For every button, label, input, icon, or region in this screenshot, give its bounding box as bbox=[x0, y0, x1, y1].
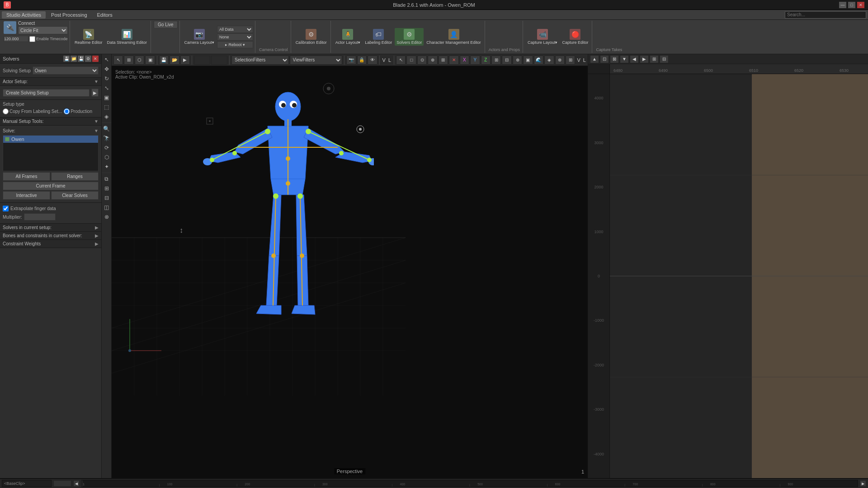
realtime-editor-btn[interactable]: 📡 Realtime Editor bbox=[73, 28, 104, 46]
solvers-in-setup-section[interactable]: Solvers in current setup: ▶ bbox=[0, 224, 101, 232]
create-solving-setup-expand-btn[interactable]: ▶ bbox=[91, 89, 99, 97]
lt-btn4[interactable]: ▣ bbox=[102, 93, 111, 102]
calibration-btn[interactable]: ⚙ Calibration Editor bbox=[294, 28, 329, 46]
bones-constraints-section[interactable]: Bones and constraints in current solver:… bbox=[0, 232, 101, 240]
vp-rt7[interactable]: X bbox=[460, 56, 469, 65]
multiplier-input[interactable]: 1.500000 bbox=[24, 213, 56, 221]
kf-btn5[interactable]: ◀ bbox=[630, 55, 639, 63]
data-streaming-btn[interactable]: 📊 Data Streaming Editor bbox=[105, 28, 149, 46]
timeline-ruler-area[interactable]: 1 100 200 300 400 500 600 700 80 bbox=[81, 480, 858, 487]
vp-btn3[interactable]: ⬡ bbox=[135, 56, 144, 65]
minimize-button[interactable]: — bbox=[839, 2, 846, 8]
panel-settings-btn[interactable]: ⚙ bbox=[85, 56, 91, 62]
lt-btn16[interactable]: ⊗ bbox=[102, 212, 111, 221]
lt-btn11[interactable]: ✦ bbox=[102, 162, 111, 171]
kf-btn8[interactable]: ⊟ bbox=[660, 55, 669, 63]
view-filters-select[interactable]: ViewFilters bbox=[290, 56, 343, 65]
lt-btn7[interactable]: 🔍 bbox=[102, 124, 111, 133]
solvers-editor-btn[interactable]: ⚙ Solvers Editor bbox=[395, 28, 424, 46]
lt-btn8[interactable]: 🔭 bbox=[102, 134, 111, 143]
all-data-select[interactable]: All Data bbox=[217, 26, 253, 33]
menu-studio-activities[interactable]: Studio Activities bbox=[2, 11, 46, 19]
prev-frame-btn[interactable]: ◀ bbox=[73, 480, 80, 487]
vp-rt14[interactable]: 🌊 bbox=[534, 56, 543, 65]
vp-rt3[interactable]: ⊙ bbox=[417, 56, 427, 65]
lt-scale-btn[interactable]: ⤡ bbox=[102, 84, 111, 93]
extrapolate-checkbox[interactable] bbox=[3, 206, 9, 211]
copy-from-radio[interactable] bbox=[3, 108, 9, 114]
menu-search-input[interactable] bbox=[785, 11, 866, 19]
lt-move-btn[interactable]: ✥ bbox=[102, 65, 111, 74]
ranges-btn[interactable]: Ranges bbox=[51, 172, 99, 181]
solve-item-owen[interactable]: Owen bbox=[3, 136, 98, 143]
vp-rt15[interactable]: ◈ bbox=[544, 56, 554, 65]
panel-load-btn[interactable]: 📁 bbox=[71, 56, 77, 62]
all-frames-btn[interactable]: All Frames bbox=[3, 172, 50, 181]
kf-btn7[interactable]: ⊞ bbox=[650, 55, 659, 63]
connect-dropdown[interactable]: Circle Fit bbox=[18, 26, 68, 34]
none-select[interactable]: None bbox=[217, 33, 253, 41]
labeling-editor-btn[interactable]: 🏷 Labeling Editor bbox=[363, 28, 394, 46]
solving-setup-dropdown[interactable]: Owen bbox=[33, 66, 99, 75]
capture-editor-btn[interactable]: 🔴 Capture Editor bbox=[560, 28, 590, 46]
vp-open-btn[interactable]: 📂 bbox=[170, 56, 179, 65]
lt-btn12[interactable]: ⧉ bbox=[102, 174, 111, 183]
production-radio[interactable] bbox=[64, 108, 70, 114]
vp-rt17[interactable]: ⊞ bbox=[566, 56, 575, 65]
lt-btn6[interactable]: ◈ bbox=[102, 112, 111, 121]
kf-btn3[interactable]: ⊠ bbox=[610, 55, 619, 63]
kf-btn6[interactable]: ▶ bbox=[640, 55, 649, 63]
interactive-btn[interactable]: Interactive bbox=[3, 191, 50, 200]
vp-rt2[interactable]: □ bbox=[406, 56, 416, 65]
lt-btn10[interactable]: ⬡ bbox=[102, 153, 111, 162]
vp-rt12[interactable]: ⊕ bbox=[513, 56, 522, 65]
kf-btn1[interactable]: ▲ bbox=[590, 55, 599, 63]
lt-btn5[interactable]: ⬚ bbox=[102, 103, 111, 112]
vp-rt6[interactable]: ✕ bbox=[449, 56, 458, 65]
lt-rotate-btn[interactable]: ↻ bbox=[102, 74, 111, 83]
enable-timecode-checkbox[interactable] bbox=[29, 36, 35, 42]
actor-layout-btn[interactable]: 🧍 Actor Layout▾ bbox=[334, 28, 363, 46]
solve-item-checkbox[interactable] bbox=[5, 137, 9, 141]
lt-btn15[interactable]: ◫ bbox=[102, 203, 111, 212]
panel-save2-btn[interactable]: 💾 bbox=[78, 56, 84, 62]
lt-select-btn[interactable]: ↖ bbox=[102, 55, 111, 64]
current-frame-btn[interactable]: Current Frame bbox=[3, 182, 99, 190]
kf-btn2[interactable]: ⊡ bbox=[600, 55, 609, 63]
clear-solves-btn[interactable]: Clear Solves bbox=[51, 191, 99, 200]
vp-rt1[interactable]: ↖ bbox=[396, 56, 406, 65]
vp-lock-btn[interactable]: 🔒 bbox=[357, 56, 367, 65]
camera-btn[interactable]: 📷 Camera Layout▾ bbox=[183, 28, 217, 46]
lt-btn9[interactable]: ⟳ bbox=[102, 143, 111, 152]
vp-rt8[interactable]: Y bbox=[470, 56, 480, 65]
vp-play-btn[interactable]: ▶ bbox=[180, 56, 190, 65]
start-frame-input[interactable]: 1 bbox=[53, 480, 71, 487]
vp-eye-btn[interactable]: 👁 bbox=[368, 56, 377, 65]
maximize-button[interactable]: □ bbox=[848, 2, 855, 8]
lt-btn13[interactable]: ⊞ bbox=[102, 184, 111, 193]
lt-btn14[interactable]: ⊟ bbox=[102, 193, 111, 202]
vp-rt5[interactable]: ⊞ bbox=[439, 56, 448, 65]
capture-layout-btn[interactable]: 📹 Capture Layout▾ bbox=[526, 28, 560, 46]
next-frame-btn[interactable]: ▶ bbox=[860, 480, 866, 487]
constraint-weights-section[interactable]: Constraint Weights ▶ bbox=[0, 240, 101, 248]
char-management-btn[interactable]: 👤 Character Management Editor bbox=[425, 28, 483, 46]
reboot-btn[interactable]: ▸ Reboot ▾ bbox=[217, 41, 253, 48]
vp-rt13[interactable]: ▣ bbox=[523, 56, 533, 65]
viewport-main[interactable]: Selection: <none> Active Clip: Owen_ROM_… bbox=[112, 66, 588, 478]
vp-save-btn[interactable]: 💾 bbox=[159, 56, 169, 65]
panel-save-btn[interactable]: 💾 bbox=[63, 56, 70, 62]
panel-close-btn[interactable]: ✕ bbox=[92, 56, 99, 62]
vp-btn4[interactable]: ▣ bbox=[145, 56, 155, 65]
vp-rt11[interactable]: ⊟ bbox=[502, 56, 511, 65]
vp-frame2-input[interactable]: 0 bbox=[211, 56, 227, 65]
actor-setup-section[interactable]: Actor Setup: ▼ bbox=[0, 78, 101, 86]
kf-btn4[interactable]: ▼ bbox=[620, 55, 629, 63]
go-live-btn[interactable]: Go Live bbox=[154, 21, 177, 28]
menu-post-processing[interactable]: Post Processing bbox=[47, 11, 91, 19]
vp-btn2[interactable]: ⊞ bbox=[124, 56, 133, 65]
vp-rt16[interactable]: ⊗ bbox=[555, 56, 565, 65]
vp-frame-input[interactable]: 1:22 bbox=[194, 56, 210, 65]
value-input[interactable]: 120.000 bbox=[4, 36, 28, 42]
vp-rt4[interactable]: ⊕ bbox=[428, 56, 437, 65]
